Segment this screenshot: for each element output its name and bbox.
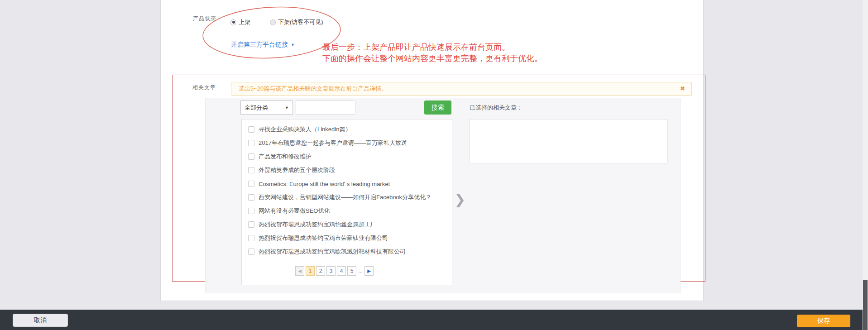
radio-selected-icon[interactable] xyxy=(230,19,236,25)
article-title: Cosmetics: Europe still the world' s lea… xyxy=(259,181,390,187)
radio-off-label: 下架(访客不可见) xyxy=(278,18,323,26)
article-title: 寻找企业采购决策人（Linkedin篇） xyxy=(259,125,351,134)
article-title: 西安网站建设，营销型网站建设——如何开启Facebook分享优化？ xyxy=(259,193,432,201)
product-status-label: 产品状态 xyxy=(193,15,216,23)
article-checkbox[interactable] xyxy=(248,208,254,214)
save-button[interactable]: 保存 xyxy=(797,315,850,327)
article-item[interactable]: 外贸精英养成的五个层次阶段 xyxy=(242,163,452,177)
close-icon[interactable]: ✖ xyxy=(680,85,685,92)
third-party-link-label: 开启第三方平台链接 xyxy=(231,41,288,49)
page-number-3[interactable]: 3 xyxy=(326,266,336,276)
article-item[interactable]: 热烈祝贺布瑞恩成功签约宝鸡市荣豪钛业有限公司 xyxy=(242,231,452,245)
scrollbar-thumb[interactable] xyxy=(863,280,868,330)
article-title: 网站有没有必要做SEO优化 xyxy=(259,207,330,215)
selected-articles-label: 已选择的相关文章： xyxy=(470,104,523,112)
article-list-box: 寻找企业采购决策人（Linkedin篇）2017年布瑞恩邀您一起参与客户邀请——… xyxy=(241,119,452,285)
article-item[interactable]: 2017年布瑞恩邀您一起参与客户邀请——百万豪礼大放送 xyxy=(242,136,452,150)
article-checkbox[interactable] xyxy=(248,140,254,146)
article-checkbox[interactable] xyxy=(248,194,254,201)
page: 产品状态 上架 下架(访客不可见) 开启第三方平台链接 ▼ 最后一步：上架产品即… xyxy=(0,0,868,330)
article-title: 2017年布瑞恩邀您一起参与客户邀请——百万豪礼大放送 xyxy=(259,139,407,147)
article-checkbox[interactable] xyxy=(248,221,254,228)
radio-option-off-shelf[interactable]: 下架(访客不可见) xyxy=(270,18,323,26)
annotation-note: 最后一步：上架产品即让产品快速展示在前台页面。 下面的操作会让整个网站内容更丰富… xyxy=(322,42,542,64)
transfer-right-chevron-icon[interactable]: ❯ xyxy=(454,193,465,206)
page-number-2[interactable]: 2 xyxy=(316,266,325,276)
selected-articles-box xyxy=(470,119,668,163)
article-title: 热烈祝贺布瑞恩成功签约宝鸡怡鑫金属加工厂 xyxy=(259,220,376,229)
page-ellipsis: ... xyxy=(358,266,363,276)
cancel-button[interactable]: 取消 xyxy=(13,314,68,327)
page-next-icon[interactable]: ▶ xyxy=(364,266,374,276)
article-checkbox[interactable] xyxy=(248,167,254,173)
article-checkbox[interactable] xyxy=(248,181,254,187)
category-select[interactable]: 全部分类 ▼ xyxy=(240,100,293,115)
article-item[interactable]: 产品发布和修改维护 xyxy=(242,150,452,163)
article-checkbox[interactable] xyxy=(248,249,254,255)
page-number-1[interactable]: 1 xyxy=(306,266,315,276)
article-title: 热烈祝贺布瑞恩成功签约宝鸡市荣豪钛业有限公司 xyxy=(259,234,388,242)
article-item[interactable]: 热烈祝贺布瑞恩成功签约宝鸡怡鑫金属加工厂 xyxy=(242,218,452,231)
chevron-down-icon: ▼ xyxy=(291,43,295,47)
page-number-5[interactable]: 5 xyxy=(347,266,356,276)
article-list: 寻找企业采购决策人（Linkedin篇）2017年布瑞恩邀您一起参与客户邀请——… xyxy=(242,123,452,258)
third-party-platform-link[interactable]: 开启第三方平台链接 ▼ xyxy=(231,41,295,49)
notice-bar: 选出5~20篇与该产品相关联的文章展示在前台产品详情。 ✖ xyxy=(231,82,692,96)
article-item[interactable]: 西安网站建设，营销型网站建设——如何开启Facebook分享优化？ xyxy=(242,191,452,204)
article-title: 热烈祝贺布瑞恩成功签约宝鸡欧凯溅射靶材科技有限公司 xyxy=(259,248,406,256)
article-checkbox[interactable] xyxy=(248,126,254,133)
category-select-value: 全部分类 xyxy=(245,104,268,112)
article-item[interactable]: 寻找企业采购决策人（Linkedin篇） xyxy=(242,123,452,136)
article-checkbox[interactable] xyxy=(248,235,254,241)
footer-bar xyxy=(0,310,868,330)
search-button[interactable]: 搜索 xyxy=(424,100,451,115)
select-caret-icon: ▼ xyxy=(285,105,289,110)
radio-option-on-shelf[interactable]: 上架 xyxy=(230,18,250,26)
article-title: 外贸精英养成的五个层次阶段 xyxy=(259,166,335,174)
article-item[interactable]: Cosmetics: Europe still the world' s lea… xyxy=(242,177,452,191)
annotation-note-line1: 最后一步：上架产品即让产品快速展示在前台页面。 xyxy=(322,42,542,53)
related-articles-label: 相关文章 xyxy=(192,84,216,91)
vertical-scrollbar[interactable] xyxy=(863,0,868,330)
page-prev-icon[interactable]: ◀ xyxy=(295,266,304,276)
article-title: 产品发布和修改维护 xyxy=(259,153,312,161)
article-search-input[interactable] xyxy=(296,100,355,115)
notice-text: 选出5~20篇与该产品相关联的文章展示在前台产品详情。 xyxy=(239,85,387,93)
pagination: ◀12345...▶ xyxy=(295,266,374,276)
article-item[interactable]: 网站有没有必要做SEO优化 xyxy=(242,204,452,218)
radio-unselected-icon[interactable] xyxy=(270,19,276,25)
radio-on-label: 上架 xyxy=(239,18,250,26)
annotation-note-line2: 下面的操作会让整个网站内容更丰富更完整，更有利于优化。 xyxy=(322,53,542,64)
article-checkbox[interactable] xyxy=(248,153,254,160)
page-number-4[interactable]: 4 xyxy=(337,266,346,276)
article-item[interactable]: 热烈祝贺布瑞恩成功签约宝鸡欧凯溅射靶材科技有限公司 xyxy=(242,245,452,258)
